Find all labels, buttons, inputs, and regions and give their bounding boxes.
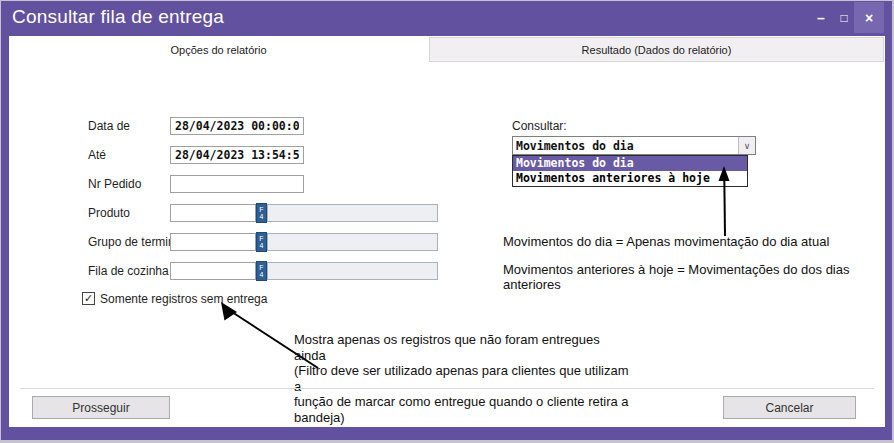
maximize-icon: □	[840, 11, 847, 25]
f4-icon: F	[259, 206, 263, 213]
produto-display-field	[267, 204, 438, 222]
dialog-window: Consultar fila de entrega – □ × Opções d…	[0, 0, 894, 443]
movimentos-dia-note: Movimentos do dia = Apenas movimentação …	[503, 234, 829, 249]
footer-separator	[20, 388, 874, 389]
prosseguir-button[interactable]: Prosseguir	[32, 396, 170, 419]
produto-code-input[interactable]	[170, 204, 256, 222]
somente-registros-label: Somente registros sem entrega	[100, 292, 267, 306]
tab-resultado[interactable]: Resultado (Dados do relatório)	[429, 37, 884, 62]
cancelar-label: Cancelar	[765, 401, 813, 415]
data-de-input[interactable]	[170, 117, 304, 135]
tab-label: Resultado (Dados do relatório)	[582, 44, 732, 56]
f4-icon: F	[259, 235, 263, 242]
grupo-terminal-f4-lookup-button[interactable]: F4	[256, 232, 267, 252]
minimize-button[interactable]: –	[810, 8, 832, 28]
checkbox-note: Mostra apenas os registros que não foram…	[294, 332, 634, 425]
ate-label: Até	[88, 148, 106, 162]
grupo-terminal-display-field	[267, 233, 438, 251]
maximize-button[interactable]: □	[833, 8, 855, 28]
produto-label: Produto	[88, 206, 130, 220]
dropdown-option-movimentos-anteriores[interactable]: Movimentos anteriores à hoje	[513, 171, 747, 186]
ate-input[interactable]	[170, 146, 304, 164]
fila-cozinha-label: Fila de cozinha	[88, 264, 169, 278]
close-icon: ×	[865, 10, 873, 26]
somente-registros-checkbox[interactable]: ✓	[82, 292, 95, 305]
close-button[interactable]: ×	[854, 2, 884, 33]
tab-opcoes-do-relatorio[interactable]: Opções do relatório	[9, 37, 428, 62]
consultar-combobox[interactable]: Movimentos do dia ∨	[512, 136, 756, 155]
nr-pedido-label: Nr Pedido	[88, 177, 141, 191]
tab-label: Opções do relatório	[171, 44, 267, 56]
prosseguir-label: Prosseguir	[72, 401, 129, 415]
fila-cozinha-display-field	[267, 262, 438, 280]
consultar-dropdown-list: Movimentos do dia Movimentos anteriores …	[512, 155, 748, 187]
fila-cozinha-f4-lookup-button[interactable]: F4	[256, 261, 267, 281]
consultar-selected-value: Movimentos do dia	[516, 139, 634, 153]
grupo-terminal-code-input[interactable]	[170, 233, 256, 251]
data-de-label: Data de	[88, 119, 130, 133]
fila-cozinha-code-input[interactable]	[170, 262, 256, 280]
nr-pedido-input[interactable]	[170, 175, 304, 193]
chevron-down-icon[interactable]: ∨	[738, 137, 755, 154]
movimentos-anteriores-note: Movimentos anteriores à hoje = Movimenta…	[503, 262, 894, 292]
cancelar-button[interactable]: Cancelar	[723, 396, 856, 419]
consultar-label: Consultar:	[512, 119, 567, 133]
dropdown-option-movimentos-do-dia[interactable]: Movimentos do dia	[513, 156, 747, 171]
window-title: Consultar fila de entrega	[12, 6, 224, 28]
f4-icon: F	[259, 264, 263, 271]
check-icon: ✓	[84, 292, 93, 304]
minimize-icon: –	[817, 10, 825, 26]
produto-f4-lookup-button[interactable]: F4	[256, 203, 267, 223]
